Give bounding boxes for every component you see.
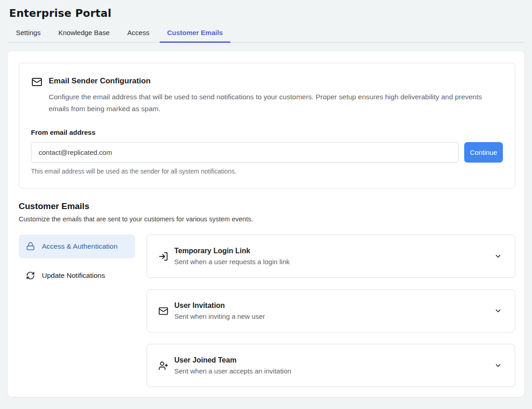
continue-button[interactable]: Continue <box>464 142 503 163</box>
mail-icon <box>158 306 168 316</box>
customer-emails-description: Customize the emails that are sent to yo… <box>19 215 515 223</box>
chevron-down-icon[interactable] <box>494 362 502 369</box>
tab-settings[interactable]: Settings <box>9 25 48 43</box>
from-email-input[interactable] <box>31 142 459 163</box>
user-plus-icon <box>158 361 168 371</box>
from-email-helper-text: This email address will be used as the s… <box>31 168 503 175</box>
template-title: User Invitation <box>174 302 265 310</box>
email-template-list: Temporary Login Link Sent when a user re… <box>147 235 515 387</box>
tab-bar: Settings Knowledge Base Access Customer … <box>7 19 525 43</box>
template-title: User Joined Team <box>174 356 291 364</box>
from-email-label: From email address <box>31 128 503 136</box>
sidebar-item-update-notifications[interactable]: Update Notifications <box>19 264 135 287</box>
template-title: Temporary Login Link <box>174 247 289 255</box>
email-category-sidebar: Access & Authentication Update Notificat… <box>19 235 135 287</box>
sidebar-item-access-authentication[interactable]: Access & Authentication <box>19 235 135 258</box>
customer-emails-heading: Customer Emails <box>19 201 515 211</box>
template-subtitle: Sent when inviting a new user <box>174 312 265 320</box>
email-sender-configuration-card: Email Sender Configuration Configure the… <box>19 63 515 189</box>
main-panel: Email Sender Configuration Configure the… <box>7 51 525 397</box>
chevron-down-icon[interactable] <box>494 307 502 315</box>
sender-card-description: Configure the email address that will be… <box>49 91 499 115</box>
login-icon <box>158 251 168 261</box>
tab-customer-emails[interactable]: Customer Emails <box>160 25 230 43</box>
page-title: Enterprise Portal <box>9 7 532 19</box>
sidebar-item-label: Update Notifications <box>42 270 105 281</box>
template-subtitle: Sent when a user accepts an invitation <box>174 367 291 375</box>
mail-icon <box>31 77 43 87</box>
template-card-temporary-login-link[interactable]: Temporary Login Link Sent when a user re… <box>147 235 515 278</box>
sender-card-title: Email Sender Configuration <box>49 76 151 86</box>
template-card-user-invitation[interactable]: User Invitation Sent when inviting a new… <box>147 289 515 332</box>
tab-knowledge-base[interactable]: Knowledge Base <box>51 25 117 43</box>
lock-icon <box>26 242 35 251</box>
chevron-down-icon[interactable] <box>494 252 502 260</box>
sidebar-item-label: Access & Authentication <box>42 240 117 252</box>
tab-access[interactable]: Access <box>120 25 157 43</box>
template-card-user-joined-team[interactable]: User Joined Team Sent when a user accept… <box>147 344 515 387</box>
template-subtitle: Sent when a user requests a login link <box>174 258 289 266</box>
refresh-icon <box>26 271 35 280</box>
